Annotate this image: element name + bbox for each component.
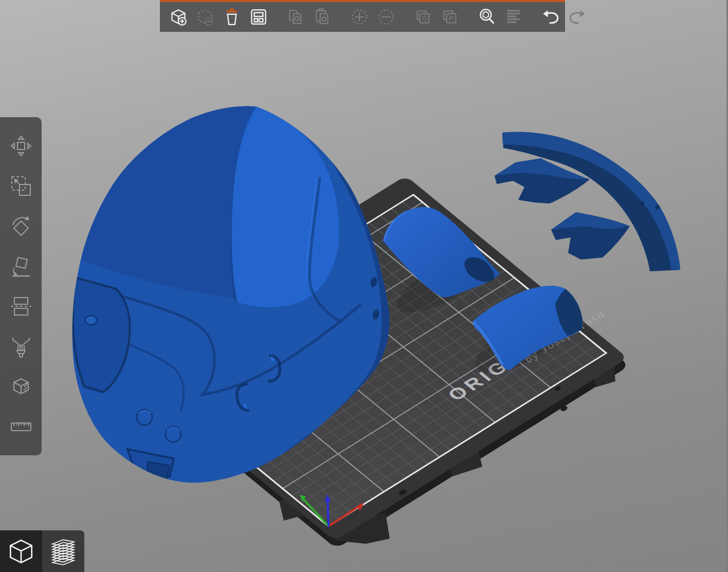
svg-text:P: P (449, 14, 453, 22)
variable-layer-height-button[interactable] (502, 5, 525, 29)
svg-text:0: 0 (423, 14, 427, 22)
slicer-window: ORIGINAL P by Josef Prusa (0, 0, 728, 572)
top-toolbar: 0 P (160, 0, 565, 32)
paint-on-supports-tool-button[interactable] (7, 332, 35, 361)
preview-view-button[interactable] (42, 530, 84, 572)
redo-button[interactable] (566, 5, 589, 29)
delete-object-button[interactable] (194, 5, 216, 29)
copy-button[interactable] (284, 5, 307, 29)
place-on-face-tool-button[interactable] (7, 252, 35, 281)
search-button[interactable] (476, 5, 498, 29)
arrange-button[interactable] (247, 5, 270, 29)
delete-all-button[interactable] (221, 5, 243, 29)
visor-arc-part[interactable] (495, 132, 680, 271)
measure-tool-button[interactable] (7, 412, 35, 441)
view-switcher (0, 530, 84, 572)
paste-button[interactable] (311, 5, 334, 29)
viewport-3d[interactable]: ORIGINAL P by Josef Prusa (0, 0, 728, 572)
editor-view-button[interactable] (0, 530, 42, 572)
seam-painting-tool-button[interactable] (7, 372, 35, 401)
add-object-button[interactable] (167, 5, 190, 29)
left-toolbar (0, 117, 42, 455)
cut-tool-button[interactable] (7, 292, 35, 321)
scale-tool-button[interactable] (7, 172, 35, 200)
split-to-parts-button[interactable]: P (439, 5, 461, 29)
remove-instance-button[interactable] (375, 5, 397, 29)
undo-button[interactable] (539, 5, 562, 29)
rotate-tool-button[interactable] (7, 212, 35, 241)
move-tool-button[interactable] (7, 132, 35, 160)
add-instance-button[interactable] (348, 5, 371, 29)
split-to-objects-button[interactable]: 0 (412, 5, 434, 29)
